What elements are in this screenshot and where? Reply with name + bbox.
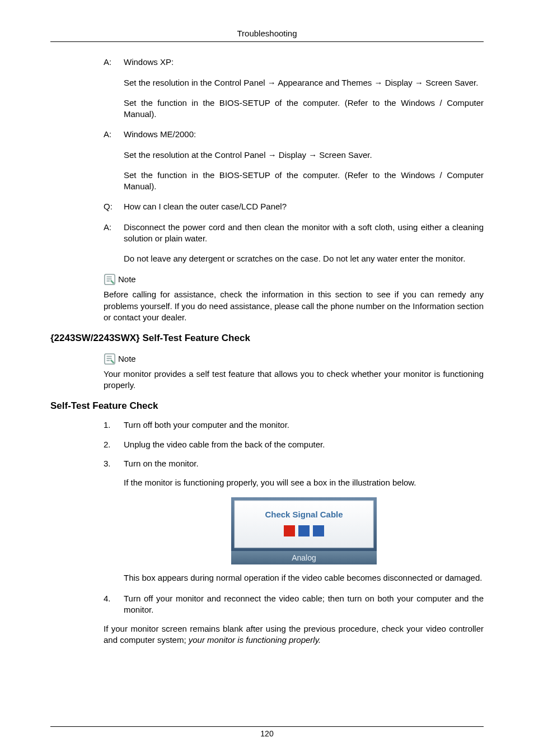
step-item: 4. Turn off your monitor and reconnect t… bbox=[104, 593, 484, 616]
svg-rect-4 bbox=[284, 525, 295, 536]
svg-rect-5 bbox=[298, 525, 310, 536]
qa-label: A: bbox=[104, 57, 124, 68]
step-body: Turn off both your computer and the moni… bbox=[124, 419, 484, 431]
closing-italic: your monitor is functioning properly. bbox=[189, 635, 321, 645]
note-heading: Note bbox=[104, 273, 484, 286]
qa-indent: Do not leave any detergent or scratches … bbox=[124, 253, 484, 264]
svg-rect-3 bbox=[235, 501, 373, 548]
note-icon bbox=[104, 353, 116, 365]
qa-item: A: Windows ME/2000: bbox=[104, 129, 484, 140]
note-label: Note bbox=[118, 353, 136, 365]
qa-item: A: Disconnect the power cord and then cl… bbox=[104, 222, 484, 245]
qa-indent: Set the resolution at the Control Panel … bbox=[124, 150, 484, 161]
qa-body: Windows XP: bbox=[124, 57, 484, 68]
section-heading: {2243SW/2243SWX} Self-Test Feature Check bbox=[50, 332, 484, 345]
footer-rule bbox=[50, 726, 484, 727]
svg-rect-6 bbox=[313, 525, 324, 536]
qa-indent: Set the function in the BIOS-SETUP of th… bbox=[124, 170, 484, 193]
header-rule bbox=[50, 41, 484, 42]
qa-body: Windows ME/2000: bbox=[124, 129, 484, 140]
qa-item: A: Windows XP: bbox=[104, 57, 484, 68]
qa-body: How can I clean the outer case/LCD Panel… bbox=[124, 201, 484, 212]
signal-cable-figure: Check Signal Cable Analog bbox=[124, 497, 484, 564]
figure-footer: Analog bbox=[292, 553, 316, 562]
note-heading: Note bbox=[104, 353, 484, 365]
step-body: Turn off your monitor and reconnect the … bbox=[124, 593, 484, 616]
note-body: Before calling for assistance, check the… bbox=[104, 289, 484, 323]
step-body: Turn on the monitor. bbox=[124, 458, 484, 469]
qa-body: Disconnect the power cord and then clean… bbox=[124, 222, 484, 245]
qa-label: A: bbox=[104, 129, 124, 140]
figure-caption: Check Signal Cable bbox=[265, 510, 343, 519]
figure-description: This box appears during normal operation… bbox=[124, 572, 484, 584]
step-number: 2. bbox=[104, 439, 124, 450]
step-item: 3. Turn on the monitor. bbox=[104, 458, 484, 469]
step-body: Unplug the video cable from the back of … bbox=[124, 439, 484, 450]
note-icon bbox=[104, 273, 116, 286]
note-label: Note bbox=[118, 274, 136, 285]
qa-indent: Set the function in the BIOS-SETUP of th… bbox=[124, 97, 484, 120]
step-number: 1. bbox=[104, 419, 124, 431]
step-number: 3. bbox=[104, 458, 124, 469]
step-subtext: If the monitor is functioning properly, … bbox=[124, 477, 484, 488]
qa-label: A: bbox=[104, 222, 124, 245]
step-item: 2. Unplug the video cable from the back … bbox=[104, 439, 484, 450]
qa-indent: Set the resolution in the Control Panel … bbox=[124, 77, 484, 88]
closing-paragraph: If your monitor screen remains blank aft… bbox=[104, 623, 484, 646]
qa-item: Q: How can I clean the outer case/LCD Pa… bbox=[104, 201, 484, 212]
running-header: Troubleshooting bbox=[50, 28, 484, 39]
step-number: 4. bbox=[104, 593, 124, 616]
qa-label: Q: bbox=[104, 201, 124, 212]
note-body: Your monitor provides a self test featur… bbox=[104, 368, 484, 391]
page-number: 120 bbox=[0, 729, 534, 739]
step-item: 1. Turn off both your computer and the m… bbox=[104, 419, 484, 431]
section-heading: Self-Test Feature Check bbox=[50, 400, 484, 413]
